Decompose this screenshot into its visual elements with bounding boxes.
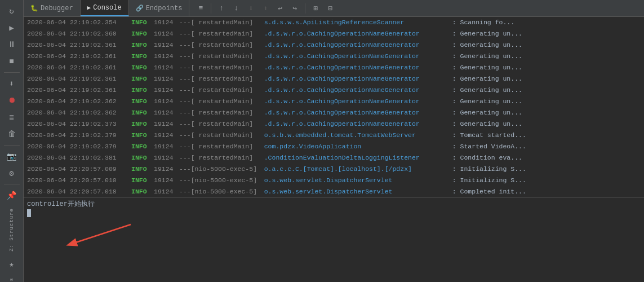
- record-icon[interactable]: ⏺: [3, 92, 21, 108]
- svg-line-1: [69, 224, 131, 245]
- log-timestamp: 2020-06-04 22:19:02.361: [27, 39, 131, 51]
- log-thread: [ restartedMain]: [191, 107, 264, 118]
- forward-button[interactable]: ↪: [288, 2, 301, 15]
- log-line[interactable]: 2020-06-04 22:19:02.379 INFO 19124 --- […: [24, 141, 644, 152]
- log-line[interactable]: 2020-06-04 22:19:02.362 INFO 19124 --- […: [24, 107, 644, 118]
- log-level: INFO: [131, 73, 154, 85]
- log-thread: [ restartedMain]: [191, 73, 264, 85]
- log-class[interactable]: .d.s.w.r.o.CachingOperationNameGenerator: [264, 118, 450, 130]
- tab-console[interactable]: ▶ Console: [81, 0, 129, 16]
- play-icon[interactable]: ▶: [3, 20, 21, 36]
- log-line[interactable]: 2020-06-04 22:19:02.360 INFO 19124 --- […: [24, 28, 644, 39]
- log-class[interactable]: o.s.web.servlet.DispatcherServlet: [264, 175, 450, 186]
- log-thread: [ restartedMain]: [191, 118, 264, 130]
- log-class[interactable]: .d.s.w.r.o.CachingOperationNameGenerator: [264, 62, 450, 73]
- log-level: INFO: [131, 85, 154, 96]
- star-icon[interactable]: ★: [3, 257, 21, 272]
- cursor-line: [27, 209, 641, 217]
- log-area[interactable]: 2020-06-04 22:19:02.354 INFO 19124 --- […: [24, 17, 644, 282]
- log-message: : Generating un...: [452, 39, 522, 51]
- log-class[interactable]: .d.s.w.r.o.CachingOperationNameGenerator: [264, 85, 450, 96]
- log-thread: [nio-5000-exec-5]: [191, 186, 264, 197]
- pin-icon[interactable]: 📌: [3, 187, 21, 203]
- download-button[interactable]: ↓: [229, 2, 243, 15]
- log-sep: ---: [179, 17, 191, 28]
- pause-icon[interactable]: ⏸: [3, 37, 21, 52]
- log-class[interactable]: .d.s.w.r.o.CachingOperationNameGenerator: [264, 96, 450, 107]
- log-pid: 19124: [154, 96, 179, 107]
- step-over-icon[interactable]: ⬇: [3, 76, 21, 91]
- log-line[interactable]: 2020-06-04 22:19:02.361 INFO 19124 --- […: [24, 85, 644, 96]
- log-sep: ---: [179, 164, 191, 175]
- log-sep: ---: [179, 39, 191, 51]
- log-level: INFO: [131, 152, 154, 164]
- log-line[interactable]: 2020-06-04 22:20:57.018 INFO 19124 --- […: [24, 186, 644, 197]
- log-sep: ---: [179, 28, 191, 39]
- log-timestamp: 2020-06-04 22:19:02.362: [27, 107, 131, 118]
- log-timestamp: 2020-06-04 22:20:57.010: [27, 175, 131, 186]
- log-pid: 19124: [154, 62, 179, 73]
- back-button[interactable]: ↩: [273, 2, 287, 15]
- log-class[interactable]: o.s.b.w.embedded.tomcat.TomcatWebServer: [264, 130, 450, 141]
- scroll-up-button[interactable]: ↑: [215, 2, 228, 15]
- log-pid: 19124: [154, 130, 179, 141]
- log-line[interactable]: 2020-06-04 22:19:02.373 INFO 19124 --- […: [24, 118, 644, 130]
- log-sep: ---: [179, 175, 191, 186]
- log-timestamp: 2020-06-04 22:19:02.379: [27, 130, 131, 141]
- log-class[interactable]: .d.s.w.r.o.CachingOperationNameGenerator: [264, 51, 450, 62]
- endpoints-tab-icon: 🔗: [136, 5, 144, 12]
- list-icon[interactable]: ≣: [3, 109, 21, 125]
- refresh-icon[interactable]: ↻: [3, 3, 21, 19]
- log-message: : Started VideoA...: [452, 141, 526, 152]
- log-level: INFO: [131, 39, 154, 51]
- log-class[interactable]: s.d.s.w.s.ApiListingReferenceScanner: [264, 17, 450, 28]
- grid-button-2[interactable]: ⊟: [323, 2, 337, 15]
- log-line[interactable]: 2020-06-04 22:20:57.009 INFO 19124 --- […: [24, 164, 644, 175]
- log-line[interactable]: 2020-06-04 22:19:02.379 INFO 19124 --- […: [24, 130, 644, 141]
- log-line[interactable]: 2020-06-04 22:19:02.361 INFO 19124 --- […: [24, 73, 644, 85]
- menu-button[interactable]: ≡: [194, 2, 207, 15]
- log-class[interactable]: .d.s.w.r.o.CachingOperationNameGenerator: [264, 107, 450, 118]
- log-line[interactable]: 2020-06-04 22:19:02.361 INFO 19124 --- […: [24, 51, 644, 62]
- separator-1: [211, 3, 211, 14]
- gear-icon[interactable]: ⚙: [3, 165, 21, 181]
- divider-1: [4, 72, 20, 73]
- debugger-tab-icon: 🐛: [30, 5, 38, 12]
- log-line[interactable]: 2020-06-04 22:20:57.010 INFO 19124 --- […: [24, 175, 644, 186]
- log-lines-container: 2020-06-04 22:19:02.354 INFO 19124 --- […: [24, 17, 644, 197]
- structure-label[interactable]: Z: Structure: [9, 204, 15, 252]
- debug-controls: ↻ ▶ ⏸ ■ ⬇ ⏺ ≣ 🗑 📷 ⚙ 📌: [0, 2, 23, 204]
- log-message: : Generating un...: [452, 28, 522, 39]
- console-tab-icon: ▶: [87, 4, 91, 11]
- delete-icon[interactable]: 🗑: [3, 126, 21, 142]
- import-button[interactable]: ⬇: [244, 2, 257, 15]
- main-content: 🐛 Debugger ▶ Console 🔗 Endpoints ≡ ↑ ↓ ⬇…: [24, 0, 644, 282]
- log-message: : Initializing S...: [452, 175, 526, 186]
- log-line[interactable]: 2020-06-04 22:19:02.354 INFO 19124 --- […: [24, 17, 644, 28]
- stop-icon[interactable]: ■: [3, 54, 21, 69]
- favorites-label[interactable]: 2: Favorites: [9, 273, 15, 282]
- tab-endpoints[interactable]: 🔗 Endpoints: [129, 0, 190, 16]
- log-line[interactable]: 2020-06-04 22:19:02.381 INFO 19124 --- […: [24, 152, 644, 164]
- log-class[interactable]: .ConditionEvaluationDeltaLoggingListener: [264, 152, 450, 164]
- log-sep: ---: [179, 73, 191, 85]
- log-class[interactable]: .d.s.w.r.o.CachingOperationNameGenerator: [264, 39, 450, 51]
- log-line[interactable]: 2020-06-04 22:19:02.361 INFO 19124 --- […: [24, 62, 644, 73]
- log-level: INFO: [131, 17, 154, 28]
- camera-icon[interactable]: 📷: [3, 148, 21, 164]
- log-line[interactable]: 2020-06-04 22:19:02.362 INFO 19124 --- […: [24, 96, 644, 107]
- log-class[interactable]: o.a.c.c.C.[Tomcat].[localhost].[/pdzx]: [264, 164, 450, 175]
- export-button[interactable]: ⬆: [259, 2, 272, 15]
- log-line[interactable]: 2020-06-04 22:19:02.361 INFO 19124 --- […: [24, 39, 644, 51]
- log-class[interactable]: .d.s.w.r.o.CachingOperationNameGenerator: [264, 73, 450, 85]
- log-class[interactable]: com.pdzx.VideoApplication: [264, 141, 450, 152]
- log-class[interactable]: .d.s.w.r.o.CachingOperationNameGenerator: [264, 28, 450, 39]
- log-message: : Generating un...: [452, 118, 522, 130]
- tab-debugger[interactable]: 🐛 Debugger: [24, 0, 81, 16]
- log-pid: 19124: [154, 39, 179, 51]
- grid-button-1[interactable]: ⊞: [309, 2, 322, 15]
- log-pid: 19124: [154, 175, 179, 186]
- log-thread: [ restartedMain]: [191, 39, 264, 51]
- log-class[interactable]: o.s.web.servlet.DispatcherServlet: [264, 186, 450, 197]
- log-pid: 19124: [154, 51, 179, 62]
